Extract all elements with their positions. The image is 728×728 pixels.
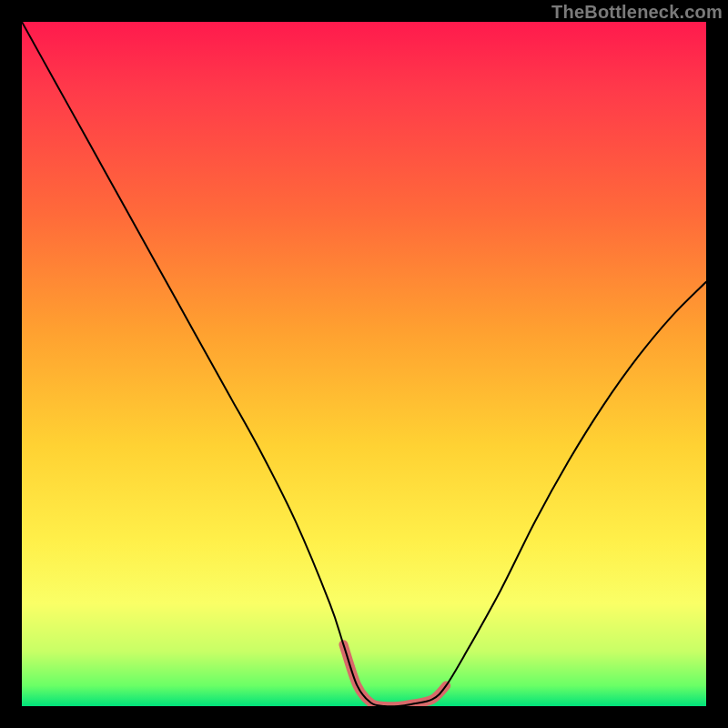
bottleneck-curve — [22, 22, 706, 706]
chart-frame: TheBottleneck.com — [0, 0, 728, 728]
gradient-plot-area — [22, 22, 706, 706]
watermark-text: TheBottleneck.com — [551, 2, 723, 23]
trough-highlight — [343, 644, 446, 706]
bottleneck-curve-svg — [22, 22, 706, 706]
